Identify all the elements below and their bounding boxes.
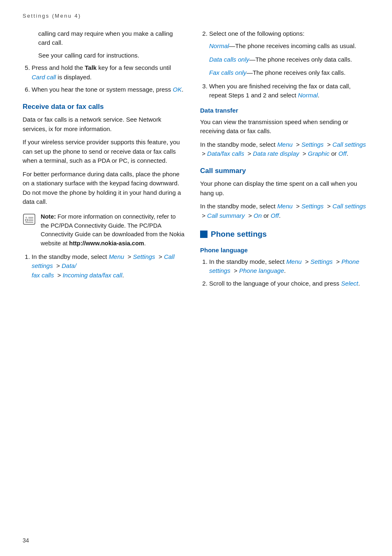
call-summary-heading: Call summary <box>200 166 369 176</box>
note-bold: Note: <box>41 213 56 220</box>
list-item: When you are finished receiving the fax … <box>209 82 369 100</box>
data-transfer-heading: Data transfer <box>200 106 369 115</box>
normal-option: Normal—The phone receives incoming calls… <box>209 42 369 51</box>
receive-para-3: For better performance during data calls… <box>23 170 184 207</box>
incoming-link: Incoming data/fax call <box>62 272 122 279</box>
list-item: Press and hold the Talk key for a few se… <box>32 63 184 82</box>
talk-bold: Talk <box>85 64 97 71</box>
call-summary-para2: In the standby mode, select Menu > Setti… <box>200 202 369 220</box>
dt-dataratedisplay: Data rate display <box>253 150 299 157</box>
note-icon <box>23 213 37 226</box>
list-item: In the standby mode, select Menu > Setti… <box>209 257 369 276</box>
data-calls-option: Data calls only—The phone receives only … <box>209 55 369 65</box>
menu-link: Menu <box>109 253 125 260</box>
cs-callsettings: Call settings <box>332 203 366 210</box>
right-column: Select one of the following options: Nor… <box>196 29 369 292</box>
receive-para-2: If your wireless service provider suppor… <box>23 138 184 166</box>
cs-menu: Menu <box>277 203 293 210</box>
page-number: 34 <box>23 536 29 544</box>
dt-off: Off <box>338 150 346 157</box>
intro-para-1: calling card may require when you make a… <box>38 29 184 48</box>
card-call-link: Card call <box>32 74 56 81</box>
page-header: Settings (Menu 4) <box>23 12 369 20</box>
dt-datafaxcalls: Data/fax calls <box>207 150 244 157</box>
right-numbered-list-top: Select one of the following options: Nor… <box>200 29 369 100</box>
phone-settings-label: Phone settings <box>211 228 267 240</box>
data-transfer-para1: You can view the transmission speed when… <box>200 118 369 136</box>
intro-indent: calling card may require when you make a… <box>23 29 184 60</box>
cs-off: Off <box>271 212 279 219</box>
left-column: calling card may require when you make a… <box>23 29 196 292</box>
dt-graphic: Graphic <box>308 150 330 157</box>
phone-settings-icon <box>200 231 208 238</box>
pl-phonelanguage: Phone language <box>239 267 284 274</box>
receive-section-heading: Receive data or fax calls <box>23 102 184 112</box>
pl-select: Select <box>341 280 358 287</box>
bottom-numbered-list-left: In the standby mode, select Menu > Setti… <box>23 252 184 280</box>
list-item: Scroll to the language of your choice, a… <box>209 279 369 288</box>
cs-on: On <box>254 212 262 219</box>
note-text-block: Note: For more information on connectivi… <box>41 212 184 248</box>
svg-rect-1 <box>25 219 28 221</box>
ok-link: OK <box>173 86 182 93</box>
options-block: Normal—The phone receives incoming calls… <box>209 42 369 78</box>
pl-phonesettings: Phone settings <box>209 258 359 275</box>
receive-para-1: Data or fax calls is a network service. … <box>23 115 184 134</box>
intro-para-2: See your calling card for instructions. <box>38 51 184 60</box>
list-item: In the standby mode, select Menu > Setti… <box>32 252 184 280</box>
call-summary-para1: Your phone can display the time spent on… <box>200 179 369 198</box>
phone-language-list: In the standby mode, select Menu > Setti… <box>200 257 369 288</box>
pl-settings: Settings <box>310 258 332 265</box>
list-item: Select one of the following options: Nor… <box>209 29 369 78</box>
top-numbered-list: Press and hold the Talk key for a few se… <box>23 63 184 95</box>
nokia-url: http://www.nokia-asia.com <box>69 240 144 247</box>
phone-settings-heading: Phone settings <box>200 228 369 240</box>
data-transfer-para2: In the standby mode, select Menu > Setti… <box>200 140 369 159</box>
cs-callsummary: Call summary <box>207 212 245 219</box>
list-item: When you hear the tone or system message… <box>32 85 184 95</box>
dt-callsettings: Call settings <box>332 141 366 148</box>
fax-calls-option: Fax calls only—The phone receives only f… <box>209 68 369 78</box>
settings-link: Settings <box>133 253 155 260</box>
dt-menu: Menu <box>277 141 293 148</box>
note-box: Note: For more information on connectivi… <box>23 212 184 248</box>
header-text: Settings (Menu 4) <box>23 13 81 19</box>
normal-link: Normal <box>298 92 318 99</box>
dt-settings: Settings <box>301 141 323 148</box>
cs-settings: Settings <box>301 203 323 210</box>
pl-menu: Menu <box>286 258 302 265</box>
phone-language-heading: Phone language <box>200 246 369 255</box>
